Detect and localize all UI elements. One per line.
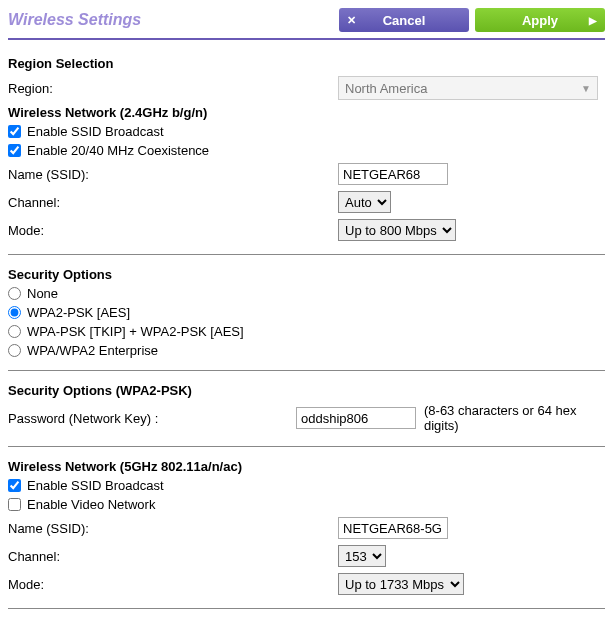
video-network-label: Enable Video Network	[27, 497, 155, 512]
security-none-label: None	[27, 286, 58, 301]
ssid-broadcast-5-checkbox[interactable]	[8, 479, 21, 492]
security-enterprise-radio[interactable]	[8, 344, 21, 357]
security-none-radio[interactable]	[8, 287, 21, 300]
mode5-label: Mode:	[8, 577, 338, 592]
region-select-value: North America	[345, 81, 427, 96]
ssid-broadcast-5-label: Enable SSID Broadcast	[27, 478, 164, 493]
divider	[8, 254, 605, 255]
security-tkip-radio[interactable]	[8, 325, 21, 338]
chevron-down-icon: ▼	[581, 83, 591, 94]
divider	[8, 38, 605, 40]
ssid-broadcast-24-checkbox[interactable]	[8, 125, 21, 138]
security-heading: Security Options	[0, 265, 613, 284]
video-network-checkbox[interactable]	[8, 498, 21, 511]
coexistence-checkbox[interactable]	[8, 144, 21, 157]
divider	[8, 446, 605, 447]
channel24-label: Channel:	[8, 195, 338, 210]
mode24-label: Mode:	[8, 223, 338, 238]
security-enterprise-label: WPA/WPA2 Enterprise	[27, 343, 158, 358]
channel5-label: Channel:	[8, 549, 338, 564]
apply-button[interactable]: Apply ▶	[475, 8, 605, 32]
ssid5-input[interactable]	[338, 517, 448, 539]
security-wpa2aes-label: WPA2-PSK [AES]	[27, 305, 130, 320]
chevron-right-icon: ▶	[589, 15, 597, 26]
security-wpa2aes-radio[interactable]	[8, 306, 21, 319]
divider	[8, 370, 605, 371]
region-label: Region:	[8, 81, 338, 96]
security-tkip-label: WPA-PSK [TKIP] + WPA2-PSK [AES]	[27, 324, 244, 339]
divider	[8, 608, 605, 609]
coexistence-label: Enable 20/40 MHz Coexistence	[27, 143, 209, 158]
cancel-button-label: Cancel	[383, 13, 426, 28]
mode5-select[interactable]: Up to 1733 Mbps	[338, 573, 464, 595]
net5-heading: Wireless Network (5GHz 802.11a/n/ac)	[0, 457, 613, 476]
cancel-button[interactable]: ✕ Cancel	[339, 8, 469, 32]
region-select[interactable]: North America ▼	[338, 76, 598, 100]
mode24-select[interactable]: Up to 800 Mbps	[338, 219, 456, 241]
channel5-select[interactable]: 153	[338, 545, 386, 567]
psk-heading: Security Options (WPA2-PSK)	[0, 381, 613, 400]
ssid-broadcast-24-label: Enable SSID Broadcast	[27, 124, 164, 139]
page-title: Wireless Settings	[8, 11, 141, 29]
ssid24-input[interactable]	[338, 163, 448, 185]
ssid24-label: Name (SSID):	[8, 167, 338, 182]
ssid5-label: Name (SSID):	[8, 521, 338, 536]
apply-button-label: Apply	[522, 13, 558, 28]
password-input[interactable]	[296, 407, 416, 429]
net24-heading: Wireless Network (2.4GHz b/g/n)	[0, 103, 613, 122]
close-icon: ✕	[347, 14, 356, 27]
channel24-select[interactable]: Auto	[338, 191, 391, 213]
button-row: ✕ Cancel Apply ▶	[339, 8, 605, 32]
password-hint: (8-63 characters or 64 hex digits)	[424, 403, 605, 433]
region-heading: Region Selection	[0, 54, 613, 73]
password-label: Password (Network Key) :	[8, 411, 296, 426]
